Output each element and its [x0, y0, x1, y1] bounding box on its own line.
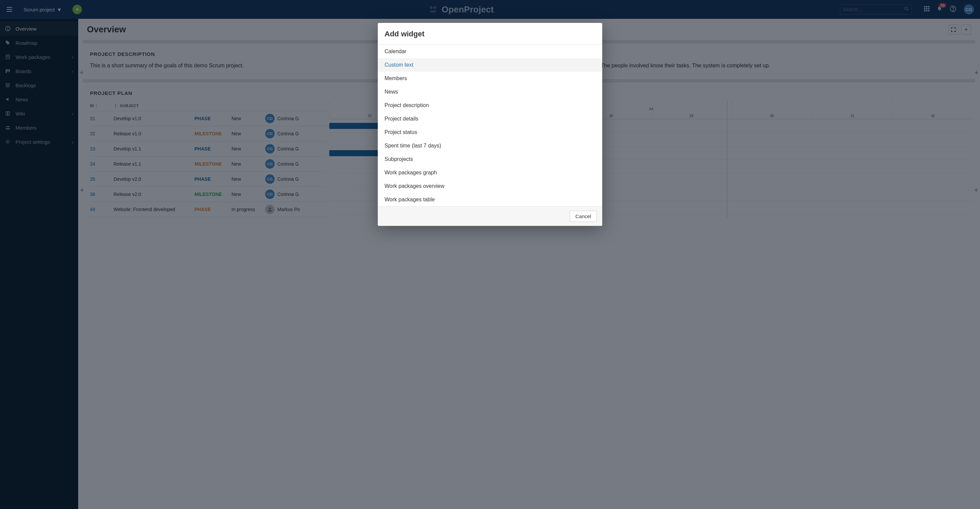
widget-option[interactable]: Project description	[378, 98, 602, 112]
widget-option[interactable]: Work packages graph	[378, 166, 602, 179]
widget-option[interactable]: Members	[378, 72, 602, 85]
widget-option[interactable]: Subprojects	[378, 152, 602, 166]
widget-option-list: CalendarCustom textMembersNewsProject de…	[378, 45, 602, 206]
widget-option[interactable]: Work packages table	[378, 193, 602, 206]
widget-option[interactable]: Custom text	[378, 58, 602, 72]
widget-option[interactable]: News	[378, 85, 602, 98]
widget-option[interactable]: Work packages overview	[378, 179, 602, 193]
cancel-button[interactable]: Cancel	[570, 211, 597, 222]
widget-option[interactable]: Spent time (last 7 days)	[378, 139, 602, 152]
add-widget-dialog: Add widget CalendarCustom textMembersNew…	[378, 23, 602, 226]
widget-option[interactable]: Project status	[378, 125, 602, 139]
widget-option[interactable]: Project details	[378, 112, 602, 125]
dialog-title: Add widget	[378, 23, 602, 44]
widget-option[interactable]: Calendar	[378, 45, 602, 58]
